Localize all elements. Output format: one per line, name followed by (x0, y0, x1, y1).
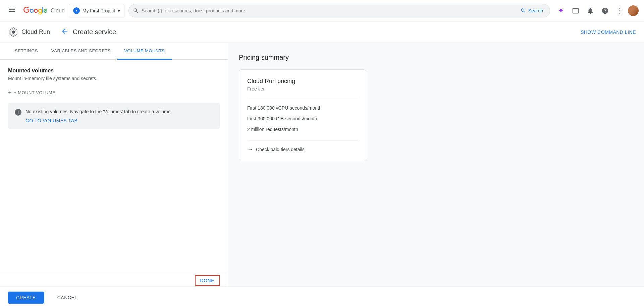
back-button[interactable] (61, 27, 69, 37)
nav-icons: ✦ ⋮ (554, 4, 639, 17)
pricing-item-requests: 2 million requests/month (247, 124, 358, 135)
search-bar[interactable]: Search (128, 4, 550, 17)
project-icon: ● (73, 7, 80, 14)
project-name: My First Project (83, 8, 115, 13)
search-input[interactable] (142, 8, 515, 13)
search-btn-label: Search (528, 8, 543, 13)
tab-content-volume-mounts: Mounted volumes Mount in-memory file sys… (0, 60, 228, 271)
tab-bar: SETTINGS VARIABLES AND SECRETS VOLUME MO… (0, 43, 228, 60)
secondary-navigation: Cloud Run Create service SHOW COMMAND LI… (0, 21, 644, 43)
project-selector[interactable]: ● My First Project ▾ (69, 4, 124, 17)
check-paid-tiers-button[interactable]: → Check paid tiers details (247, 143, 358, 153)
tab-variables-and-secrets[interactable]: VARIABLES AND SECRETS (45, 43, 117, 60)
search-button[interactable]: Search (518, 8, 546, 14)
done-button[interactable]: DONE (195, 275, 220, 286)
mount-volume-label: + MOUNT VOLUME (14, 90, 55, 95)
main-content: SETTINGS VARIABLES AND SECRETS VOLUME MO… (0, 43, 644, 308)
tab-settings[interactable]: SETTINGS (8, 43, 45, 60)
section-description: Mount in-memory file systems and secrets… (8, 76, 220, 81)
user-avatar[interactable] (628, 5, 639, 16)
plus-icon: + (8, 89, 12, 96)
more-options-button[interactable]: ⋮ (613, 4, 627, 17)
hamburger-menu[interactable] (5, 3, 19, 18)
pricing-item-vcpu: First 180,000 vCPU-seconds/month (247, 103, 358, 113)
pricing-card-title: Cloud Run pricing (247, 78, 358, 85)
top-navigation: Cloud ● My First Project ▾ Search ✦ (0, 0, 644, 21)
check-paid-tiers-label: Check paid tiers details (256, 147, 305, 152)
info-icon: i (15, 109, 21, 116)
search-btn-icon (520, 8, 526, 14)
bottom-action-bar: CREATE CANCEL (0, 287, 644, 308)
section-title: Mounted volumes (8, 68, 220, 74)
help-button[interactable] (598, 4, 612, 17)
google-cloud-logo: Cloud (23, 7, 65, 15)
go-to-volumes-link[interactable]: GO TO VOLUMES TAB (25, 118, 172, 123)
pricing-item-gib: First 360,000 GiB-seconds/month (247, 113, 358, 124)
pricing-summary-title: Pricing summary (239, 54, 633, 61)
pricing-divider (247, 140, 358, 140)
show-command-line-button[interactable]: SHOW COMMAND LINE (581, 29, 636, 35)
right-panel: Pricing summary Cloud Run pricing Free t… (228, 43, 644, 308)
project-dropdown-icon: ▾ (118, 8, 120, 13)
pricing-card: Cloud Run pricing Free tier First 180,00… (239, 69, 366, 161)
no-volumes-info-box: i No existing volumes. Navigate to the '… (8, 103, 220, 129)
create-button[interactable]: CREATE (8, 292, 44, 304)
page-title: Create service (73, 28, 116, 36)
gemini-button[interactable]: ✦ (554, 4, 568, 17)
left-panel: SETTINGS VARIABLES AND SECRETS VOLUME MO… (0, 43, 228, 308)
notification-button[interactable] (584, 4, 597, 17)
tab-volume-mounts[interactable]: VOLUME MOUNTS (117, 43, 171, 60)
info-content: No existing volumes. Navigate to the 'Vo… (25, 108, 172, 123)
mount-volume-button[interactable]: + + MOUNT VOLUME (8, 89, 220, 96)
terminal-button[interactable] (569, 4, 582, 17)
cloud-run-icon (8, 27, 19, 38)
search-icon (133, 8, 139, 14)
info-message: No existing volumes. Navigate to the 'Vo… (25, 108, 172, 115)
pricing-items: First 180,000 vCPU-seconds/month First 3… (247, 103, 358, 135)
free-tier-label: Free tier (247, 86, 358, 97)
cloud-run-label: Cloud Run (21, 28, 50, 36)
cancel-button[interactable]: CANCEL (49, 292, 86, 304)
arrow-icon: → (247, 146, 253, 153)
